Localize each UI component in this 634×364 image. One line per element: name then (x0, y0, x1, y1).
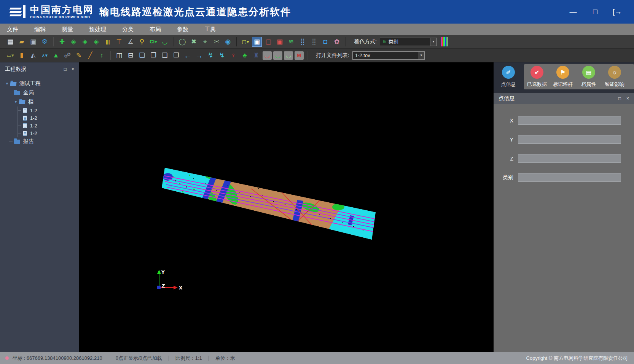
menu-preprocess[interactable]: 预处理 (89, 26, 106, 33)
broom-icon[interactable]: ✎ (74, 51, 84, 60)
key-add-icon[interactable]: ⚲ (137, 37, 147, 47)
profile-line-b-icon[interactable]: ↯ (217, 51, 227, 60)
open-folder-icon[interactable]: ▰ (17, 37, 27, 47)
file-doc-icon (23, 108, 27, 113)
settings-icon[interactable]: ⚙ (40, 37, 49, 47)
copy-views-icon[interactable]: ❏ (137, 51, 147, 60)
menu-file[interactable]: 文件 (7, 26, 18, 33)
classify-diamond2-icon[interactable]: ◈ (80, 37, 90, 47)
panel-maximize-icon[interactable]: □ (64, 67, 67, 72)
grid-cursor-icon[interactable]: ⣿ (309, 37, 319, 47)
tab-span-properties[interactable]: ▤ 档属性 (576, 66, 602, 88)
tree-file-label: 1-2 (30, 130, 37, 136)
viewport-3d[interactable]: Y X Z (79, 62, 494, 352)
cone-icon[interactable]: ▲ (51, 51, 61, 60)
view-red-a-icon[interactable]: ❑ (160, 51, 170, 60)
y-field-input[interactable] (518, 135, 621, 144)
sag-view-light-icon[interactable]: ◡ (284, 51, 293, 60)
tree-file-item[interactable]: 1-2 (18, 129, 79, 137)
filelist-dropdown[interactable]: 1-2.tov ▼ (352, 51, 425, 60)
folder-view-icon[interactable]: ❐ (148, 51, 158, 60)
menu-edit[interactable]: 编辑 (34, 26, 46, 33)
tree-node-dang[interactable]: ▼ 档 (9, 97, 79, 106)
vector-angle-icon[interactable]: ⋏▾ (40, 51, 49, 60)
profile-line-a-icon[interactable]: ↯ (205, 51, 215, 60)
back-icon[interactable]: ← (183, 51, 193, 60)
tab-smart-impact[interactable]: ☼ 智能影响 (602, 66, 628, 88)
forward-icon[interactable]: → (194, 51, 204, 60)
tree-node-global[interactable]: 全局 (9, 88, 79, 97)
sag-view-red-icon[interactable]: ◡ (263, 51, 272, 60)
bars-delete-icon[interactable]: ||| (103, 37, 113, 47)
tree-file-item[interactable]: 1-2 (18, 106, 79, 114)
point-cloud-scene[interactable]: Y X Z (79, 62, 494, 352)
ruler-diagonal-icon[interactable]: ╱ (85, 51, 95, 60)
z-field-input[interactable] (518, 154, 621, 163)
category-field-input[interactable] (518, 173, 621, 182)
classify-diamond3-icon[interactable]: ◈ (91, 37, 101, 47)
expand-caret-icon[interactable]: ▼ (14, 100, 19, 104)
classify-diamond-icon[interactable]: ◈ (68, 37, 78, 47)
measure-m-icon[interactable]: M (295, 51, 304, 60)
menu-layout[interactable]: 布局 (150, 26, 161, 33)
height-measure-icon[interactable]: ⊤ (114, 37, 124, 47)
colorize-dropdown[interactable]: ≋ 类别 ▼ (380, 38, 437, 46)
exit-button[interactable]: [→ (612, 8, 623, 16)
new-file-icon[interactable]: ▤ (5, 37, 15, 47)
location-pin-icon[interactable]: ♀ (228, 51, 238, 60)
tree-node-report[interactable]: 报告 (9, 137, 79, 146)
nodes-icon[interactable]: ☍ (62, 51, 72, 60)
sag-view-green-icon[interactable]: ◡ (273, 51, 282, 60)
tab-point-info[interactable]: ✐ 点信息 (496, 66, 521, 88)
tree-node-label: 全局 (23, 89, 34, 96)
panel-maximize-icon[interactable]: □ (618, 96, 621, 101)
tab-mark-tower[interactable]: ⚑ 标记塔杆 (550, 66, 576, 88)
dropdown-caret-icon[interactable]: ▼ (430, 38, 436, 46)
tab-selected-data[interactable]: ✔ 已选数据 (524, 66, 550, 88)
menu-classify[interactable]: 分类 (122, 26, 134, 33)
ellipse-select-icon[interactable]: ◯ (177, 37, 187, 47)
palette-icon[interactable]: ✿ (332, 37, 342, 47)
tree-file-item[interactable]: 1-2 (18, 114, 79, 122)
catenary-tool-icon[interactable]: ◡ (160, 37, 170, 47)
section-line-icon[interactable]: ↕ (97, 51, 107, 60)
style-box-icon[interactable]: ▭▾ (5, 51, 15, 60)
split-horizontal-icon[interactable]: ⊟ (126, 51, 135, 60)
dropdown-caret-icon[interactable]: ▼ (418, 52, 424, 59)
split-vertical-icon[interactable]: ◫ (114, 51, 124, 60)
tree-file-item[interactable]: 1-2 (18, 122, 79, 129)
danger-triangle-icon[interactable]: ◭ (28, 51, 38, 60)
select-points-icon[interactable]: ▣ (252, 37, 262, 47)
x-field-input[interactable] (518, 116, 621, 125)
ci-tool-icon[interactable]: CI▾ (148, 37, 158, 47)
panel-close-icon[interactable]: × (626, 96, 629, 101)
deselect-points-icon[interactable]: ▢ (263, 37, 273, 47)
menu-params[interactable]: 参数 (177, 26, 188, 33)
select-small-icon[interactable]: ▣ (275, 37, 285, 47)
pan-move-icon[interactable]: ✚ (57, 37, 67, 47)
tower-icon[interactable]: ♜ (251, 51, 261, 60)
view-eye-icon[interactable]: ◉ (223, 37, 233, 47)
clear-selection-icon[interactable]: ✖ (189, 37, 199, 47)
tree-node-root[interactable]: ▼ 测试工程 (5, 79, 79, 88)
file-doc-icon (23, 116, 27, 121)
grid-delete-icon[interactable]: ⣿ (298, 37, 307, 47)
tree-icon[interactable]: ♣ (240, 51, 250, 60)
rect-select-icon[interactable]: ▢▾ (241, 37, 250, 47)
menu-measure[interactable]: 测量 (62, 26, 73, 33)
save-icon[interactable]: ▣ (28, 37, 38, 47)
panel-close-icon[interactable]: × (72, 67, 74, 72)
maximize-button[interactable]: □ (590, 8, 601, 16)
minimize-button[interactable]: — (568, 8, 578, 16)
view-red-b-icon[interactable]: ❒ (171, 51, 181, 60)
rainbow-colorbar-icon[interactable] (441, 37, 448, 46)
ruler-vertical-icon[interactable]: ▮ (17, 51, 27, 60)
menu-tools[interactable]: 工具 (204, 26, 216, 33)
cut-icon[interactable]: ✂ (212, 37, 221, 47)
angle-measure-icon[interactable]: ∡ (126, 37, 135, 47)
expand-caret-icon[interactable]: ▼ (5, 82, 10, 86)
vertical-tool-icon[interactable]: ⌖ (200, 37, 210, 47)
layers-icon[interactable]: ≋ (286, 37, 296, 47)
camera-icon[interactable]: ◘ (320, 37, 330, 47)
point-info-panel: X Y Z 类别 (494, 104, 634, 352)
